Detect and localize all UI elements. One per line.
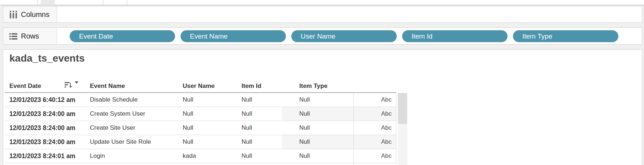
rows-shelf-pill[interactable]: Item Id <box>402 30 508 42</box>
table-body: 12/01/2023 6:40:12 am Disable Schedule N… <box>5 93 396 165</box>
tableau-worksheet-screen: Columns Rows Event Date Event Name User … <box>0 0 644 165</box>
cell-user-name[interactable]: kada <box>183 149 196 163</box>
rows-icon <box>9 32 17 40</box>
rows-shelf-pill[interactable]: Item Type <box>513 30 618 42</box>
rows-shelf-pill[interactable]: User Name <box>291 30 397 42</box>
worksheet-card: kada_ts_events Event Date <box>3 49 642 165</box>
table-header-row: Event Date Event Name User <box>3 82 642 92</box>
table-row: 12/01/2023 8:24:00 am Create Site User N… <box>5 121 396 135</box>
column-header-user-name[interactable]: User Name <box>183 82 215 90</box>
rows-shelf-content[interactable]: Event Date Event Name User Name Item Id … <box>57 28 642 44</box>
toolbar-remnant-button <box>41 0 55 4</box>
cell-abc-mark[interactable]: Abc <box>353 107 396 121</box>
scrollbar-thumb[interactable] <box>398 93 407 124</box>
pill-label: Event Date <box>79 32 113 40</box>
cell-item-id[interactable]: Null <box>242 135 252 149</box>
cell-event-date[interactable]: 12/01/2023 6:40:12 am <box>9 93 75 107</box>
table-row: 12/01/2023 8:24:01 am Login kada Null Nu… <box>5 149 396 163</box>
cell-user-name[interactable]: Null <box>183 121 193 135</box>
rows-shelf-label-area: Rows <box>3 28 57 44</box>
cell-item-type[interactable]: Null <box>299 121 310 135</box>
cell-item-type[interactable]: Null <box>299 107 310 121</box>
cell-item-id[interactable]: Null <box>242 149 252 163</box>
cell-user-name[interactable]: Null <box>183 93 193 107</box>
rows-shelf-pill[interactable]: Event Name <box>180 30 286 42</box>
table-row: 12/01/2023 8:24:01 am <box>5 163 396 165</box>
rows-shelf-pill[interactable]: Event Date <box>70 30 175 42</box>
column-header-event-name[interactable]: Event Name <box>90 82 125 90</box>
sort-descending-icon[interactable] <box>65 82 73 89</box>
columns-shelf-label: Columns <box>21 10 49 19</box>
vertical-scrollbar[interactable] <box>398 93 407 165</box>
cell-event-date[interactable]: 12/01/2023 8:24:01 am <box>9 149 75 163</box>
cell-abc-mark[interactable]: Abc <box>353 135 396 149</box>
column-header-item-id[interactable]: Item Id <box>242 82 261 90</box>
pill-label: Item Type <box>522 32 552 40</box>
table-row: 12/01/2023 8:24:00 am Update User Site R… <box>5 135 396 149</box>
toolbar-divider <box>38 0 38 5</box>
pill-label: User Name <box>301 32 335 40</box>
pill-label: Item Id <box>412 32 432 40</box>
cell-user-name[interactable]: Null <box>183 135 193 149</box>
rows-shelf: Rows Event Date Event Name User Name Ite… <box>3 27 642 45</box>
table-row: 12/01/2023 8:24:00 am Create System User… <box>5 107 396 121</box>
columns-shelf: Columns <box>3 6 642 23</box>
pane-divider-line <box>353 93 354 165</box>
pill-label: Event Name <box>190 32 228 40</box>
table-row: 12/01/2023 6:40:12 am Disable Schedule N… <box>5 93 396 107</box>
cell-event-date[interactable]: 12/01/2023 8:24:00 am <box>9 121 75 135</box>
cell-item-type[interactable]: Null <box>299 135 310 149</box>
columns-icon <box>9 11 17 18</box>
toolbar-remnant <box>0 0 644 5</box>
cell-event-name[interactable]: Update User Site Role <box>90 135 151 149</box>
column-header-item-type[interactable]: Item Type <box>299 82 327 90</box>
cell-event-date[interactable]: 12/01/2023 8:24:00 am <box>9 107 75 121</box>
columns-shelf-content[interactable] <box>57 6 642 22</box>
columns-shelf-label-area: Columns <box>3 6 57 22</box>
cell-user-name[interactable]: Null <box>183 107 193 121</box>
sheet-title[interactable]: kada_ts_events <box>9 53 85 64</box>
cell-item-id[interactable]: Null <box>242 93 252 107</box>
cell-event-date[interactable]: 12/01/2023 8:24:00 am <box>9 135 75 149</box>
toolbar-divider <box>103 0 103 5</box>
cell-event-name[interactable]: Disable Schedule <box>90 93 138 107</box>
cell-abc-mark[interactable]: Abc <box>353 121 396 135</box>
cell-item-id[interactable]: Null <box>242 121 252 135</box>
cell-event-name[interactable]: Create System User <box>90 107 145 121</box>
rows-shelf-label: Rows <box>21 32 39 40</box>
cell-event-name[interactable]: Create Site User <box>90 121 135 135</box>
cell-item-id[interactable]: Null <box>242 107 252 121</box>
column-header-event-date[interactable]: Event Date <box>9 82 41 90</box>
cell-item-type[interactable]: Null <box>299 93 310 107</box>
pane-right-border <box>396 93 396 164</box>
cell-abc-mark[interactable]: Abc <box>353 93 396 107</box>
cell-item-type[interactable]: Null <box>299 149 310 163</box>
toolbar-divider <box>127 0 127 5</box>
cell-event-name[interactable]: Login <box>90 149 105 163</box>
header-menu-caret-icon[interactable] <box>74 81 79 84</box>
cell-abc-mark[interactable]: Abc <box>353 149 396 163</box>
